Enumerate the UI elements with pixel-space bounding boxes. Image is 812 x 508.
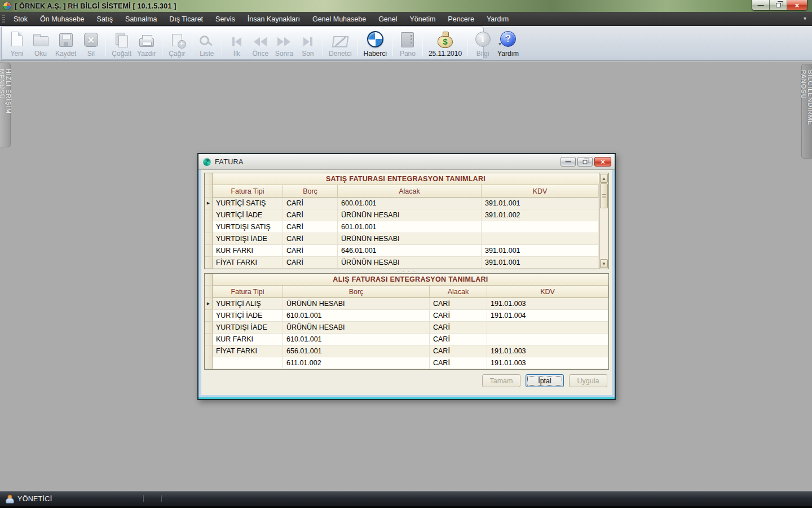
row-selector-cell[interactable] (205, 221, 213, 233)
table-cell[interactable] (482, 221, 599, 233)
table-cell[interactable]: ÜRÜNÜN HESABI (283, 298, 430, 310)
table-cell[interactable]: CARİ (283, 221, 338, 233)
row-selector-cell[interactable] (205, 286, 213, 298)
table-cell[interactable]: 191.01.003 (487, 345, 608, 357)
toolbar-button-auditor[interactable]: Denetci (326, 27, 355, 59)
window-close-button[interactable]: × (787, 0, 807, 10)
row-selector-cell[interactable] (205, 257, 213, 269)
table-row[interactable]: YURTDIŞI SATIŞCARİ601.01.001 (205, 221, 599, 233)
table-cell[interactable]: ÜRÜNÜN HESABI (338, 257, 482, 269)
row-selector-cell[interactable] (205, 322, 213, 334)
table-row[interactable]: 611.01.002CARİ191.01.003 (205, 357, 608, 369)
toolbar-button-list[interactable]: Liste (195, 27, 219, 59)
table-cell[interactable]: 391.01.002 (482, 209, 599, 221)
table-cell[interactable]: YURTİÇİ SATIŞ (213, 198, 283, 209)
scroll-up-button[interactable]: ▲ (600, 174, 608, 183)
table-cell[interactable]: 646.01.001 (338, 245, 482, 257)
column-header-2[interactable]: Borç (283, 185, 338, 198)
row-selector-cell[interactable] (205, 334, 213, 345)
table-row[interactable]: YURTİÇİ İADE610.01.001CARİ191.01.004 (205, 310, 608, 322)
table-cell[interactable]: 391.01.001 (482, 245, 599, 257)
scroll-down-button[interactable]: ▼ (600, 259, 608, 268)
toolbar-button-fetch[interactable]: Çağır (165, 27, 189, 59)
table-cell[interactable]: CARİ (283, 209, 338, 221)
row-selector-cell[interactable]: ▶ (205, 298, 213, 310)
menu-item-i-nsan-kaynaklar-[interactable]: İnsan Kaynakları (241, 12, 306, 26)
table-cell[interactable] (487, 322, 608, 334)
table-cell[interactable]: ÜRÜNÜN HESABI (338, 209, 482, 221)
table-cell[interactable]: CARİ (430, 345, 487, 357)
table-cell[interactable]: 656.01.001 (283, 345, 430, 357)
table-cell[interactable]: CARİ (430, 334, 487, 345)
table-cell[interactable]: YURTİÇİ İADE (213, 310, 283, 322)
toolbar-button-last[interactable]: Son (296, 27, 320, 59)
table-cell[interactable] (487, 334, 608, 345)
table-cell[interactable]: CARİ (430, 322, 487, 334)
toolbar-button-print[interactable]: Yazdır (134, 27, 159, 59)
toolbar-button-next[interactable]: Sonra (272, 27, 296, 59)
table-cell[interactable]: YURTİÇİ İADE (213, 209, 283, 221)
table-cell[interactable]: 601.01.001 (338, 221, 482, 233)
toolbar-button-delete[interactable]: Sil (79, 27, 103, 59)
menu-item-d-ticaret[interactable]: Dış Ticaret (163, 12, 209, 26)
column-header-4[interactable]: KDV (482, 185, 599, 198)
row-selector-cell[interactable]: ▶ (205, 198, 213, 209)
table-cell[interactable]: 191.01.004 (487, 310, 608, 322)
table-cell[interactable]: CARİ (283, 245, 338, 257)
table-cell[interactable]: YURTDIŞI SATIŞ (213, 221, 283, 233)
menu-item-y-netim[interactable]: Yönetim (403, 12, 442, 26)
table-row[interactable]: ▶YURTİÇİ ALIŞÜRÜNÜN HESABICARİ191.01.003 (205, 298, 608, 310)
column-header-4[interactable]: KDV (487, 286, 608, 298)
menu-item-sat-[interactable]: Satış (91, 12, 120, 26)
table-cell[interactable] (213, 357, 283, 369)
toolbar-button-info[interactable]: Bilgi (471, 27, 495, 59)
table-row[interactable]: YURTDIŞI İADEÜRÜNÜN HESABICARİ (205, 322, 608, 334)
menu-item-sat-nalma[interactable]: Satınalma (119, 12, 163, 26)
table-row[interactable]: FİYAT FARKI656.01.001CARİ191.01.003 (205, 345, 608, 357)
table-cell[interactable]: 191.01.003 (487, 298, 608, 310)
toolbar-button-new-document[interactable]: Yeni (5, 27, 29, 59)
table-cell[interactable]: CARİ (283, 257, 338, 269)
toolbar-button-board[interactable]: Pano (396, 27, 420, 59)
table-row[interactable]: KUR FARKI610.01.001CARİ (205, 334, 608, 345)
table-cell[interactable]: CARİ (283, 198, 338, 209)
toolbar-overflow-arrow[interactable]: ▾ (498, 41, 501, 60)
scrollbar-thumb[interactable] (600, 183, 608, 208)
table-cell[interactable]: CARİ (430, 310, 487, 322)
menu-item-stok[interactable]: Stok (7, 12, 34, 26)
table-row[interactable]: KUR FARKICARİ646.01.001391.01.001 (205, 245, 599, 257)
info-panel-tab[interactable]: BİLGİLENDİRME PANOSU (801, 64, 812, 159)
row-selector-cell[interactable] (205, 345, 213, 357)
toolbar-button-previous[interactable]: Önce (249, 27, 272, 59)
apply-button[interactable]: Uygula (569, 374, 607, 387)
table-row[interactable]: ▶YURTİÇİ SATIŞCARİ600.01.001391.01.001 (205, 198, 599, 209)
dialog-close-button[interactable]: × (594, 157, 611, 167)
column-header-3[interactable]: Alacak (338, 185, 482, 198)
table-cell[interactable]: 611.01.002 (283, 357, 430, 369)
table-cell[interactable]: FİYAT FARKI (213, 257, 283, 269)
menu-overflow-arrow[interactable]: ▾ (804, 12, 806, 26)
menu-item--n-muhasebe[interactable]: Ön Muhasebe (34, 12, 91, 26)
row-selector-cell[interactable] (205, 357, 213, 369)
table-cell[interactable]: CARİ (283, 233, 338, 245)
toolbar-button-messenger[interactable]: Haberci (361, 27, 390, 59)
table-cell[interactable]: KUR FARKI (213, 245, 283, 257)
toolbar-button-save[interactable]: Kaydet (52, 27, 79, 59)
table-cell[interactable]: ÜRÜNÜN HESABI (338, 233, 482, 245)
quick-access-panel-tab[interactable]: HIZLI ERİŞİM MENÜSÜ (0, 63, 11, 147)
row-selector-cell[interactable] (205, 209, 213, 221)
table-cell[interactable]: 391.01.001 (482, 257, 599, 269)
table-cell[interactable]: CARİ (430, 298, 487, 310)
menu-item-yard-m[interactable]: Yardım (480, 12, 515, 26)
table-cell[interactable]: 191.01.003 (487, 357, 608, 369)
row-selector-cell[interactable] (205, 310, 213, 322)
table-row[interactable]: YURTİÇİ İADECARİÜRÜNÜN HESABI391.01.002 (205, 209, 599, 221)
menu-grip-handle[interactable] (2, 15, 5, 24)
grid-splitter[interactable]: · · · · (204, 269, 609, 273)
table-cell[interactable]: YURTDIŞI İADE (213, 233, 283, 245)
column-header-1[interactable]: Fatura Tipi (213, 185, 283, 198)
row-selector-cell[interactable] (205, 173, 213, 185)
menu-item-servis[interactable]: Servis (209, 12, 241, 26)
table-cell[interactable]: 610.01.001 (283, 334, 430, 345)
table-cell[interactable]: KUR FARKI (213, 334, 283, 345)
